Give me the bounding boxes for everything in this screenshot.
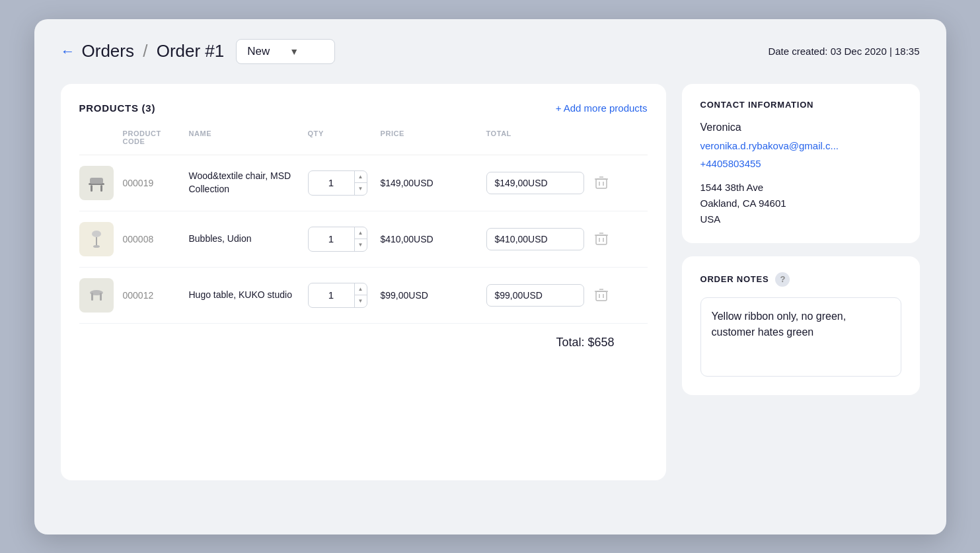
product-price: $149,00USD — [377, 178, 482, 188]
qty-up-button[interactable]: ▲ — [355, 283, 367, 296]
product-price: $99,00USD — [377, 290, 482, 301]
qty-down-button[interactable]: ▼ — [355, 183, 367, 195]
delete-product-button[interactable] — [588, 176, 615, 190]
date-info: Date created: 03 Dec 2020 | 18:35 — [768, 46, 919, 57]
trash-icon — [595, 232, 608, 246]
product-total-cell: $99,00USD — [482, 284, 588, 307]
date-label: Date created: — [768, 46, 827, 57]
status-dropdown[interactable]: New ▼ — [236, 39, 335, 64]
product-image — [79, 278, 114, 313]
qty-arrows: ▲ ▼ — [354, 227, 367, 251]
chevron-down-icon: ▼ — [289, 46, 299, 57]
product-total: $410,00USD — [486, 228, 584, 250]
th-total: TOTAL — [482, 127, 588, 148]
product-total-cell: $149,00USD — [482, 172, 588, 194]
svg-rect-19 — [100, 293, 102, 301]
chair-icon — [85, 171, 108, 195]
app-window: ← Orders / Order #1 New ▼ Date created: … — [34, 19, 946, 535]
breadcrumb-separator: / — [143, 41, 147, 61]
th-image — [79, 127, 119, 148]
back-button[interactable]: ← — [61, 43, 75, 60]
product-total: $149,00USD — [486, 172, 584, 194]
product-price: $410,00USD — [377, 234, 482, 244]
svg-rect-2 — [91, 185, 93, 192]
svg-rect-1 — [90, 178, 103, 184]
notes-textarea[interactable]: Yellow ribbon only, no green, customer h… — [700, 297, 901, 377]
qty-control[interactable]: ▲ ▼ — [308, 227, 367, 252]
delete-product-button[interactable] — [588, 288, 615, 303]
product-name: Wood&textile chair, MSD Collection — [185, 170, 304, 196]
order-total: Total: $658 — [79, 324, 648, 350]
notes-title: ORDER NOTES — [700, 274, 769, 284]
svg-rect-12 — [596, 235, 607, 244]
main-content: PRODUCTS (3) + Add more products PRODUCT… — [61, 84, 920, 480]
product-total-cell: $410,00USD — [482, 228, 588, 250]
product-image — [79, 222, 114, 256]
product-code: 000008 — [119, 234, 185, 244]
product-total: $99,00USD — [486, 284, 584, 307]
products-panel: PRODUCTS (3) + Add more products PRODUCT… — [61, 84, 666, 480]
address-line3: USA — [700, 213, 721, 225]
product-image — [79, 166, 114, 200]
product-code: 000012 — [119, 290, 185, 301]
date-value: 03 Dec 2020 | 18:35 — [831, 46, 920, 57]
qty-input[interactable] — [309, 177, 354, 188]
qty-control[interactable]: ▲ ▼ — [308, 170, 367, 196]
contact-card: CONTACT INFORMATION Veronica veronika.d.… — [682, 84, 920, 243]
table-row: 000019 Wood&textile chair, MSD Collectio… — [79, 155, 648, 211]
qty-down-button[interactable]: ▼ — [355, 239, 367, 251]
products-title: PRODUCTS (3) — [79, 102, 156, 114]
table-row: 000012 Hugo table, KUKO studio ▲ ▼ $99,0… — [79, 268, 648, 324]
table-icon — [85, 283, 108, 307]
contact-title: CONTACT INFORMATION — [700, 100, 901, 110]
contact-email[interactable]: veronika.d.rybakova@gmail.c... — [700, 140, 901, 151]
th-code: PRODUCT CODE — [119, 127, 185, 148]
th-actions — [588, 127, 615, 148]
product-name: Bubbles, Udion — [185, 233, 304, 246]
notes-header: ORDER NOTES ? — [700, 272, 901, 287]
products-header: PRODUCTS (3) + Add more products — [79, 102, 648, 114]
notes-card: ORDER NOTES ? Yellow ribbon only, no gre… — [682, 256, 920, 395]
qty-arrows: ▲ ▼ — [354, 283, 367, 307]
th-price: PRICE — [377, 127, 482, 148]
help-icon[interactable]: ? — [775, 272, 790, 287]
qty-control[interactable]: ▲ ▼ — [308, 283, 367, 308]
th-qty: QTY — [304, 127, 377, 148]
svg-rect-4 — [596, 179, 607, 188]
table-row: 000008 Bubbles, Udion ▲ ▼ $410,00USD $41… — [79, 211, 648, 268]
product-name: Hugo table, KUKO studio — [185, 289, 304, 302]
product-code: 000019 — [119, 178, 185, 188]
lamp-icon — [85, 227, 108, 251]
trash-icon — [595, 176, 608, 190]
total-label: Total: $658 — [556, 336, 614, 350]
qty-down-button[interactable]: ▼ — [355, 295, 367, 307]
add-products-button[interactable]: + Add more products — [556, 102, 648, 114]
qty-arrows: ▲ ▼ — [354, 171, 367, 195]
qty-up-button[interactable]: ▲ — [355, 171, 367, 184]
order-title: Order #1 — [157, 41, 225, 61]
orders-link[interactable]: Orders — [82, 41, 134, 61]
qty-up-button[interactable]: ▲ — [355, 227, 367, 240]
delete-product-button[interactable] — [588, 232, 615, 246]
svg-point-9 — [92, 231, 101, 237]
table-headers: PRODUCT CODE NAME QTY PRICE TOTAL — [79, 127, 648, 155]
svg-rect-18 — [91, 293, 93, 301]
contact-phone[interactable]: +4405803455 — [700, 158, 901, 169]
contact-address: 1544 38th Ave Oakland, CA 94601 USA — [700, 180, 901, 227]
trash-icon — [595, 288, 608, 303]
th-name: NAME — [185, 127, 304, 148]
contact-name: Veronica — [700, 122, 901, 133]
header: ← Orders / Order #1 New ▼ Date created: … — [61, 39, 920, 64]
address-line2: Oakland, CA 94601 — [700, 198, 786, 209]
right-panel: CONTACT INFORMATION Veronica veronika.d.… — [682, 84, 920, 480]
qty-input[interactable] — [309, 289, 354, 301]
qty-input[interactable] — [309, 233, 354, 244]
breadcrumb: Orders / Order #1 — [82, 41, 225, 61]
back-arrow-icon: ← — [61, 43, 75, 60]
status-value: New — [247, 45, 270, 58]
svg-rect-20 — [596, 291, 607, 301]
svg-point-11 — [93, 245, 100, 248]
svg-rect-3 — [100, 185, 102, 192]
address-line1: 1544 38th Ave — [700, 182, 764, 193]
